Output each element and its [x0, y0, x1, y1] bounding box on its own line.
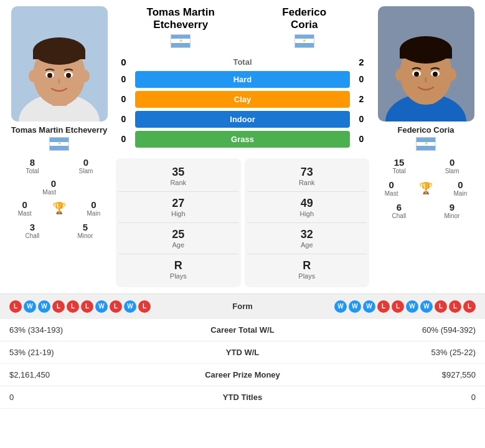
form-badge-w: W: [363, 300, 375, 313]
left-player-flag: ☀: [6, 137, 112, 151]
svg-point-21: [433, 72, 438, 77]
right-chall-label: Chall: [392, 212, 407, 219]
stats-right-value: 0: [315, 386, 485, 408]
left-flag-argentina: ☀: [49, 137, 69, 151]
left-player-name: Tomas Martin Etcheverry: [6, 125, 112, 135]
player-names-header: Tomas Martin Etcheverry ☀ Federico Coria: [116, 6, 369, 48]
right-player-flag: ☀: [373, 137, 479, 151]
svg-point-8: [47, 73, 52, 78]
svg-point-9: [66, 73, 71, 78]
right-trophy-row: 0 Mast 🏆 0 Main: [373, 178, 479, 198]
surface-btn-clay[interactable]: Clay: [135, 91, 350, 108]
right-main-label: Main: [454, 190, 468, 197]
right-rank-item: 73 Rank: [247, 161, 367, 192]
stats-center-label: Career Total W/L: [170, 319, 316, 341]
stats-center-label: Career Prize Money: [170, 363, 316, 386]
left-slam-value: 0: [83, 157, 88, 168]
left-name-line1: Tomas Martin: [119, 6, 243, 19]
total-score-right: 2: [354, 57, 369, 67]
mid-stats-boxes: 35 Rank 27 High 25 Age R Plays: [116, 158, 369, 287]
left-plays-label: Plays: [170, 272, 187, 280]
form-badge-w: W: [95, 300, 108, 313]
right-total-stat: 15 Total: [390, 156, 408, 176]
left-mast-v2: 0: [22, 199, 27, 210]
right-high-label: High: [299, 210, 314, 217]
form-badge-w: W: [24, 300, 36, 313]
form-badge-l: L: [52, 300, 65, 313]
right-age-item: 32 Age: [247, 223, 367, 254]
form-section: LWWLLLWLWL Form WWWLLWWLLL: [0, 293, 485, 319]
surface-row-hard: 0Hard0: [116, 71, 369, 88]
stats-left-value: 0: [0, 386, 170, 408]
left-rank-label: Rank: [170, 179, 186, 186]
right-plays-label: Plays: [298, 272, 315, 280]
left-age-value: 25: [172, 228, 184, 241]
form-badge-l: L: [392, 300, 404, 313]
grass-left-score: 0: [116, 134, 131, 144]
form-badge-l: L: [463, 300, 476, 313]
surface-btn-grass[interactable]: Grass: [135, 131, 350, 148]
right-minor-cell: 9 Minor: [441, 201, 462, 221]
left-minor-label: Minor: [77, 232, 93, 239]
svg-point-20: [414, 72, 419, 77]
right-form-badges: WWWLLWWLLL: [334, 300, 476, 313]
left-player-photo: [11, 6, 108, 122]
form-badge-w: W: [38, 300, 50, 313]
right-slam-label: Slam: [445, 168, 459, 174]
right-mast-cell: 0 Mast: [382, 178, 401, 198]
form-label: Form: [232, 302, 253, 311]
form-badge-l: L: [435, 300, 447, 313]
right-name-line2: Coria: [243, 19, 367, 31]
left-name-line2: Etcheverry: [119, 19, 243, 31]
right-total-value: 15: [394, 157, 405, 168]
main-container: Tomas Martin Etcheverry ☀ 8 Total 0 Slam: [0, 0, 485, 409]
stats-center-label: YTD Titles: [170, 386, 316, 408]
surface-btn-hard[interactable]: Hard: [135, 71, 350, 88]
right-mid-stats-box: 73 Rank 49 High 32 Age R Plays: [245, 158, 370, 287]
right-total-label: Total: [393, 168, 406, 174]
indoor-left-score: 0: [116, 114, 131, 124]
svg-point-22: [395, 69, 404, 81]
stats-table-container: 63% (334-193)Career Total W/L60% (594-39…: [0, 319, 485, 409]
form-badge-l: L: [67, 300, 79, 313]
stats-right-value: 53% (25-22): [315, 341, 485, 363]
surface-row-grass: 0Grass0: [116, 131, 369, 148]
left-flag-center-ar: ☀: [171, 34, 191, 48]
right-high-value: 49: [301, 197, 313, 210]
right-main-cell: 0 Main: [451, 178, 470, 198]
grass-right-score: 0: [354, 134, 369, 144]
right-player-photo: [378, 6, 474, 122]
left-main-cell: 0 Main: [85, 198, 103, 218]
left-flag-center: ☀: [119, 34, 243, 48]
left-mast-stat: 0 Mast: [6, 177, 59, 197]
left-minor-value: 5: [83, 222, 88, 232]
left-chall-row: 3 Chall 5 Minor: [6, 221, 112, 241]
left-total-label: Total: [26, 168, 39, 174]
clay-right-score: 2: [354, 94, 369, 104]
right-minor-label: Minor: [444, 212, 459, 219]
left-mast-value: 0: [51, 178, 56, 189]
right-mast-value: 0: [388, 179, 393, 190]
stats-center-label: YTD W/L: [170, 341, 316, 363]
right-chall-cell: 6 Chall: [390, 201, 409, 221]
left-name-header: Tomas Martin Etcheverry ☀: [119, 6, 243, 48]
form-badge-l: L: [81, 300, 93, 313]
stats-left-value: $2,161,450: [0, 363, 170, 386]
right-chall-value: 6: [397, 202, 402, 212]
svg-point-10: [29, 70, 37, 82]
left-plays-value: R: [174, 259, 182, 272]
svg-point-11: [81, 70, 90, 82]
form-badge-w: W: [334, 300, 347, 313]
stats-table: 63% (334-193)Career Total W/L60% (594-39…: [0, 319, 485, 409]
right-high-item: 49 High: [247, 192, 367, 223]
left-slam-stat: 0 Slam: [60, 156, 112, 176]
surface-btn-indoor[interactable]: Indoor: [135, 111, 350, 128]
stats-left-value: 63% (334-193): [0, 319, 170, 341]
trophy-icon-right: 🏆: [419, 181, 433, 195]
svg-rect-17: [400, 49, 452, 59]
hard-right-score: 0: [354, 74, 369, 84]
left-plays-item: R Plays: [118, 254, 238, 285]
left-total-stat: 8 Total: [6, 156, 59, 176]
hard-left-score: 0: [116, 74, 131, 84]
right-flag-center-ar: ☀: [294, 34, 314, 48]
